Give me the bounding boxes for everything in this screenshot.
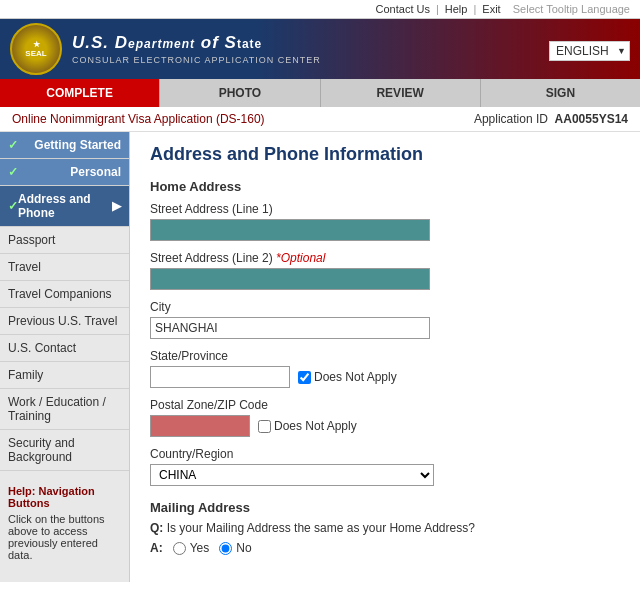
state-dept-seal: ★SEAL xyxy=(10,23,62,75)
street1-input[interactable] xyxy=(150,219,430,241)
sidebar-item-passport[interactable]: Passport xyxy=(0,227,129,254)
postal-dna-checkbox[interactable] xyxy=(258,420,271,433)
state-dna-label: Does Not Apply xyxy=(298,370,397,384)
sidebar-label-travel: Travel xyxy=(8,260,41,274)
sidebar: ✓ Getting Started ✓ Personal ✓ Address a… xyxy=(0,132,130,582)
tab-review[interactable]: REVIEW xyxy=(321,79,481,107)
sidebar-help: Help: Navigation Buttons Click on the bu… xyxy=(0,477,129,569)
sidebar-label-passport: Passport xyxy=(8,233,55,247)
mailing-answer: A: Yes No xyxy=(150,541,620,555)
language-selector-wrapper[interactable]: ENGLISH xyxy=(549,41,630,61)
tab-complete[interactable]: COMPLETE xyxy=(0,79,160,107)
help-text: Click on the buttons above to access pre… xyxy=(8,513,121,561)
country-label: Country/Region xyxy=(150,447,620,461)
postal-input[interactable] xyxy=(150,415,250,437)
sidebar-label-personal: Personal xyxy=(70,165,121,179)
sidebar-item-work-education[interactable]: Work / Education / Training xyxy=(0,389,129,430)
sidebar-label-work-education: Work / Education / Training xyxy=(8,395,121,423)
sidebar-item-travel[interactable]: Travel xyxy=(0,254,129,281)
dept-name: U.S. Department of State xyxy=(72,33,321,53)
check-address: ✓ xyxy=(8,199,18,213)
tab-sign[interactable]: SIGN xyxy=(481,79,640,107)
help-title: Help: Navigation Buttons xyxy=(8,485,121,509)
postal-dna-label: Does Not Apply xyxy=(258,419,357,433)
header-right: ENGLISH xyxy=(549,37,630,61)
state-input[interactable] xyxy=(150,366,290,388)
street2-input[interactable] xyxy=(150,268,430,290)
tooltip-label: Select Tooltip Language xyxy=(513,3,630,15)
sidebar-label-travel-companions: Travel Companions xyxy=(8,287,112,301)
mailing-yes-radio[interactable] xyxy=(173,542,186,555)
exit-link[interactable]: Exit xyxy=(482,3,500,15)
sidebar-item-personal[interactable]: ✓ Personal xyxy=(0,159,129,186)
mailing-no-text: No xyxy=(236,541,251,555)
sidebar-item-security[interactable]: Security and Background xyxy=(0,430,129,471)
check-getting-started: ✓ xyxy=(8,138,18,152)
arrow-address: ▶ xyxy=(112,199,121,213)
postal-label: Postal Zone/ZIP Code xyxy=(150,398,620,412)
main-layout: ✓ Getting Started ✓ Personal ✓ Address a… xyxy=(0,132,640,582)
mailing-no-radio[interactable] xyxy=(219,542,232,555)
app-id-value: AA0055YS14 xyxy=(555,112,628,126)
country-group: Country/Region CHINA xyxy=(150,447,620,486)
optional-marker: *Optional xyxy=(276,251,325,265)
city-group: City xyxy=(150,300,620,339)
content-area: Address and Phone Information Home Addre… xyxy=(130,132,640,582)
state-dna-checkbox[interactable] xyxy=(298,371,311,384)
tab-photo[interactable]: PHOTO xyxy=(160,79,320,107)
nav-tabs: COMPLETE PHOTO REVIEW SIGN xyxy=(0,79,640,107)
header-left: ★SEAL U.S. Department of State CONSULAR … xyxy=(10,23,321,75)
sidebar-label-address: Address and Phone xyxy=(18,192,112,220)
street1-label: Street Address (Line 1) xyxy=(150,202,620,216)
help-link[interactable]: Help xyxy=(445,3,468,15)
street1-group: Street Address (Line 1) xyxy=(150,202,620,241)
header: ★SEAL U.S. Department of State CONSULAR … xyxy=(0,19,640,79)
sidebar-label-family: Family xyxy=(8,368,43,382)
contact-us-link[interactable]: Contact Us xyxy=(376,3,430,15)
home-address-title: Home Address xyxy=(150,179,620,194)
street2-label: Street Address (Line 2) *Optional xyxy=(150,251,620,265)
state-group: State/Province Does Not Apply xyxy=(150,349,620,388)
sidebar-item-getting-started[interactable]: ✓ Getting Started xyxy=(0,132,129,159)
dept-sub: CONSULAR ELECTRONIC APPLICATION CENTER xyxy=(72,55,321,65)
state-inline: Does Not Apply xyxy=(150,366,620,388)
header-text: U.S. Department of State CONSULAR ELECTR… xyxy=(72,33,321,65)
sidebar-label-getting-started: Getting Started xyxy=(34,138,121,152)
answer-label: A: xyxy=(150,541,163,555)
check-personal: ✓ xyxy=(8,165,18,179)
sidebar-item-us-contact[interactable]: U.S. Contact xyxy=(0,335,129,362)
sidebar-item-family[interactable]: Family xyxy=(0,362,129,389)
sidebar-item-previous-us-travel[interactable]: Previous U.S. Travel xyxy=(0,308,129,335)
state-label: State/Province xyxy=(150,349,620,363)
street2-group: Street Address (Line 2) *Optional xyxy=(150,251,620,290)
city-label: City xyxy=(150,300,620,314)
sidebar-label-previous-travel: Previous U.S. Travel xyxy=(8,314,117,328)
breadcrumb-bar: Online Nonimmigrant Visa Application (DS… xyxy=(0,107,640,132)
city-input[interactable] xyxy=(150,317,430,339)
postal-inline: Does Not Apply xyxy=(150,415,620,437)
postal-group: Postal Zone/ZIP Code Does Not Apply xyxy=(150,398,620,437)
sidebar-item-address-phone[interactable]: ✓ Address and Phone ▶ xyxy=(0,186,129,227)
sidebar-label-us-contact: U.S. Contact xyxy=(8,341,76,355)
mailing-title: Mailing Address xyxy=(150,500,620,515)
page-title: Address and Phone Information xyxy=(150,144,620,165)
mailing-yes-text: Yes xyxy=(190,541,210,555)
top-bar: Contact Us | Help | Exit Select Tooltip … xyxy=(0,0,640,19)
country-select[interactable]: CHINA xyxy=(150,464,434,486)
app-id: Application ID AA0055YS14 xyxy=(474,112,628,126)
breadcrumb-title: Online Nonimmigrant Visa Application (DS… xyxy=(12,112,265,126)
language-select[interactable]: ENGLISH xyxy=(549,41,630,61)
mailing-section: Mailing Address Q: Is your Mailing Addre… xyxy=(150,500,620,555)
sidebar-label-security: Security and Background xyxy=(8,436,121,464)
mailing-yes-label[interactable]: Yes xyxy=(173,541,210,555)
mailing-question: Q: Is your Mailing Address the same as y… xyxy=(150,521,620,535)
sidebar-item-travel-companions[interactable]: Travel Companions xyxy=(0,281,129,308)
mailing-no-label[interactable]: No xyxy=(219,541,251,555)
